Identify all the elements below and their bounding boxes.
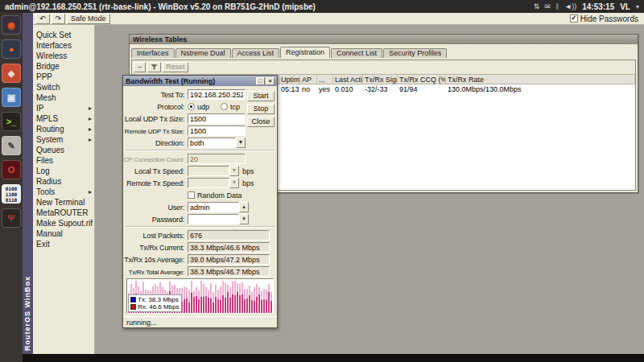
password-dropdown-icon[interactable]: ▾ xyxy=(239,214,249,224)
local-tx-speed-input xyxy=(188,166,229,176)
rollup-button[interactable]: □ xyxy=(256,77,265,85)
field-tx-rx-current: Tx/Rx Current: 38.3 Mbps/46.6 Mbps xyxy=(123,242,274,253)
tab-nstreme-dual[interactable]: Nstreme Dual xyxy=(175,48,231,58)
test-to-input[interactable] xyxy=(188,89,246,100)
chart-bar xyxy=(225,283,226,313)
wireless-tabs: InterfacesNstreme DualAccess ListRegistr… xyxy=(130,44,638,58)
undo-icon: ↶ xyxy=(39,14,46,23)
check-icon: ✔ xyxy=(571,15,576,22)
sidebar-item-mesh[interactable]: Mesh xyxy=(33,93,94,103)
firefox-icon[interactable]: ● xyxy=(2,39,21,59)
sidebar-item-metarouter[interactable]: MetaROUTER xyxy=(33,208,94,218)
clock[interactable]: 14:53:15 xyxy=(582,2,614,11)
sidebar-item-interfaces[interactable]: Interfaces xyxy=(33,40,94,51)
column-header-tx-rx-signal[interactable]: Tx/Rx Signal ... xyxy=(363,75,398,84)
chart-bar xyxy=(208,290,209,313)
sidebar-item-quick-set[interactable]: Quick Set xyxy=(33,30,94,40)
volume-icon[interactable]: ◄)) xyxy=(564,3,576,10)
sidebar-item-routing[interactable]: Routing▸ xyxy=(33,124,94,134)
sidebar-item-exit[interactable]: Exit xyxy=(33,239,94,249)
random-data-checkbox[interactable] xyxy=(188,191,195,199)
chart-bar xyxy=(220,286,221,313)
binary-app-icon[interactable]: 010011000110 xyxy=(2,184,21,204)
session-indicator[interactable]: VL xyxy=(620,2,630,11)
field-user: User: ▴ xyxy=(123,202,274,212)
legend-tx-label: Tx: 38.3 Mbps xyxy=(138,296,179,303)
remove-button[interactable]: − xyxy=(134,62,146,72)
column-header-more[interactable]: ... xyxy=(317,75,333,84)
undo-button[interactable]: ↶ xyxy=(35,14,50,24)
close-button[interactable]: Close xyxy=(247,117,275,127)
sidebar-item-radius[interactable]: Radius xyxy=(33,176,94,187)
protocol-tcp-radio[interactable] xyxy=(221,103,228,110)
sidebar-item-tools[interactable]: Tools▸ xyxy=(33,187,94,197)
tab-access-list[interactable]: Access List xyxy=(232,48,280,58)
direction-dropdown-icon[interactable]: ▼ xyxy=(236,138,246,148)
software-center-icon[interactable]: ◆ xyxy=(2,64,21,83)
redo-button[interactable]: ↷ xyxy=(52,14,66,24)
chevron-down-icon[interactable]: ▾ xyxy=(636,3,639,10)
wireless-tables-title: Wireless Tables xyxy=(133,35,187,43)
column-header-last-activi[interactable]: Last Activi... xyxy=(333,75,363,84)
direction-input[interactable] xyxy=(188,138,236,148)
password-label: Password: xyxy=(152,216,184,224)
hide-passwords-checkbox[interactable]: ✔ xyxy=(570,14,578,23)
filter-button[interactable] xyxy=(147,62,161,72)
sidebar-item-make-supout-rif[interactable]: Make Supout.rif xyxy=(33,218,94,228)
stop-button[interactable]: Stop xyxy=(247,104,275,114)
dash-home-icon[interactable]: ◉ xyxy=(2,15,21,35)
mdi-area: Wireless Tables InterfacesNstreme DualAc… xyxy=(95,25,644,354)
sidebar-item-log[interactable]: Log xyxy=(33,166,94,176)
safe-mode-button[interactable]: Safe Mode xyxy=(67,14,110,24)
mail-icon[interactable]: ✉ xyxy=(544,3,551,10)
tab-registration[interactable]: Registration xyxy=(280,47,330,58)
chart-bar xyxy=(203,284,204,313)
wireless-tables-titlebar[interactable]: Wireless Tables xyxy=(130,35,638,44)
sidebar-item-mpls[interactable]: MPLS▸ xyxy=(33,113,94,124)
separator xyxy=(126,226,275,228)
tab-connect-list[interactable]: Connect List xyxy=(331,48,382,58)
tx-rx-total-average-value: 38.3 Mbps/46.7 Mbps xyxy=(188,266,270,277)
column-header-tx-rx-ccq[interactable]: Tx/Rx CCQ (%) xyxy=(398,75,446,84)
wine-icon[interactable]: Ψ xyxy=(2,208,21,228)
sidebar-item-bridge[interactable]: Bridge xyxy=(33,61,94,72)
close-icon[interactable]: × xyxy=(266,77,275,85)
column-header-tx-rx-rate[interactable]: Tx/Rx Rate xyxy=(446,75,635,84)
sidebar-item-ppp[interactable]: PPP xyxy=(33,72,94,82)
start-button[interactable]: Start xyxy=(247,91,275,101)
sidebar-item-wireless[interactable]: Wireless xyxy=(33,51,94,61)
bandwidth-chart: Tx: 38.3 Mbps Rx: 46.6 Mbps xyxy=(126,278,274,314)
column-header-ap[interactable]: AP xyxy=(300,75,317,84)
password-input[interactable] xyxy=(188,214,239,224)
tab-security-profiles[interactable]: Security Profiles xyxy=(383,48,447,58)
bluetooth-icon[interactable]: ᛒ xyxy=(555,3,559,10)
media-app-icon[interactable]: ▣ xyxy=(2,88,21,107)
sidebar-item-system[interactable]: System▸ xyxy=(33,134,94,145)
tab-interfaces[interactable]: Interfaces xyxy=(131,48,175,58)
local-udp-tx-size-input[interactable] xyxy=(188,113,246,124)
lost-packets-value: 676 xyxy=(188,230,270,241)
user-dropdown-icon[interactable]: ▴ xyxy=(239,202,249,212)
sidebar-item-ip[interactable]: IP▸ xyxy=(33,103,94,113)
terminal-icon[interactable]: >_ xyxy=(2,112,21,131)
column-header-uptime[interactable]: Uptime xyxy=(279,75,300,84)
bandwidth-test-titlebar[interactable]: Bandwidth Test (Running) □ × xyxy=(123,76,277,86)
user-input[interactable] xyxy=(188,202,239,212)
opera-icon[interactable]: O xyxy=(2,160,21,179)
remote-tx-speed-input xyxy=(188,178,229,188)
protocol-udp-radio[interactable] xyxy=(188,103,195,110)
remote-udp-tx-size-input[interactable] xyxy=(188,125,246,136)
sidebar-item-manual[interactable]: Manual xyxy=(33,228,94,239)
field-tcp-connection-count: TCP Connection Count: xyxy=(123,154,274,164)
sidebar-item-switch[interactable]: Switch xyxy=(33,82,94,93)
reset-button[interactable]: Reset xyxy=(163,62,188,72)
bandwidth-test-dialog: Bandwidth Test (Running) □ × Start Stop … xyxy=(122,75,278,328)
text-editor-icon[interactable]: ✎ xyxy=(2,136,21,155)
sidebar-item-queues[interactable]: Queues xyxy=(33,145,94,155)
sidebar-item-new-terminal[interactable]: New Terminal xyxy=(33,197,94,208)
network-updown-icon[interactable]: ⇅ xyxy=(534,3,540,10)
field-password: Password: ▾ xyxy=(123,214,274,224)
sidebar-item-files[interactable]: Files xyxy=(33,155,94,166)
chart-bar xyxy=(198,290,200,313)
chart-bar xyxy=(200,281,202,313)
